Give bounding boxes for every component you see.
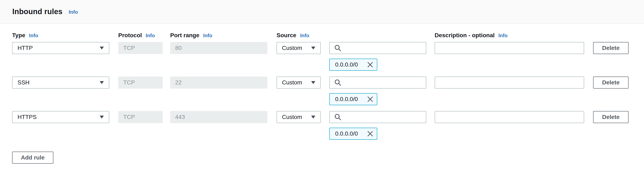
source-label: Source	[276, 32, 296, 39]
close-icon[interactable]	[367, 96, 374, 102]
close-icon[interactable]	[367, 130, 374, 137]
source-search-input[interactable]	[329, 77, 426, 89]
type-select[interactable]: HTTPS	[12, 111, 109, 123]
close-icon[interactable]	[367, 61, 374, 68]
port-range-label: Port range	[170, 32, 199, 39]
caret-down-icon	[311, 115, 316, 119]
source-cidr-token-label: 0.0.0.0/0	[335, 96, 358, 102]
delete-rule-button[interactable]: Delete	[593, 77, 628, 89]
search-icon	[334, 79, 342, 87]
source-select-value: Custom	[282, 45, 302, 51]
source-cidr-token: 0.0.0.0/0	[329, 93, 377, 105]
column-header-port-range: Port range Info	[170, 32, 267, 39]
source-search-input[interactable]	[329, 42, 426, 54]
port-range-value: 80	[175, 45, 182, 51]
description-input[interactable]	[434, 42, 584, 54]
source-select[interactable]: Custom	[276, 77, 321, 89]
source-select-value: Custom	[282, 114, 302, 120]
rule-row-http: HTTP TCP 80 Custom	[12, 42, 644, 71]
type-select[interactable]: HTTP	[12, 42, 109, 54]
inbound-rules-header: Inbound rules Info	[0, 0, 644, 24]
protocol-value: TCP	[123, 79, 135, 86]
description-input[interactable]	[434, 111, 584, 123]
port-range-field: 443	[170, 111, 267, 123]
protocol-value: TCP	[123, 45, 135, 51]
source-cidr-token: 0.0.0.0/0	[329, 128, 377, 140]
port-range-value: 22	[175, 79, 182, 86]
type-select[interactable]: SSH	[12, 77, 109, 89]
rules-table: Type Info Protocol Info Port range Info …	[0, 30, 644, 164]
source-cidr-token: 0.0.0.0/0	[329, 59, 377, 71]
search-icon	[334, 113, 342, 121]
search-icon	[334, 44, 342, 52]
port-range-field: 80	[170, 42, 267, 54]
column-header-source: Source Info	[276, 32, 321, 39]
delete-rule-button[interactable]: Delete	[593, 42, 628, 54]
page-title: Inbound rules	[12, 7, 62, 16]
caret-down-icon	[311, 46, 316, 50]
add-rule-row: Add rule	[12, 152, 644, 164]
rule-row-ssh: SSH TCP 22 Custom	[12, 77, 644, 105]
rule-row-https: HTTPS TCP 443 Custom	[12, 111, 644, 140]
protocol-value: TCP	[123, 114, 135, 120]
type-select-value: HTTP	[18, 45, 33, 51]
description-label: Description - optional	[434, 32, 495, 39]
protocol-label: Protocol	[118, 32, 142, 39]
caret-down-icon	[99, 115, 104, 119]
type-info-link[interactable]: Info	[29, 33, 38, 38]
description-info-link[interactable]: Info	[498, 33, 508, 38]
source-select-value: Custom	[282, 79, 302, 86]
type-select-value: SSH	[18, 79, 30, 86]
inbound-rules-info-link[interactable]: Info	[69, 9, 78, 15]
column-header-description: Description - optional Info	[434, 32, 584, 39]
port-range-field: 22	[170, 77, 267, 89]
description-input[interactable]	[434, 77, 584, 89]
protocol-info-link[interactable]: Info	[146, 33, 155, 38]
caret-down-icon	[311, 81, 316, 84]
protocol-field: TCP	[118, 77, 163, 89]
source-cidr-token-label: 0.0.0.0/0	[335, 61, 358, 68]
caret-down-icon	[99, 46, 104, 50]
protocol-field: TCP	[118, 111, 163, 123]
delete-rule-button[interactable]: Delete	[593, 111, 628, 123]
port-range-info-link[interactable]: Info	[203, 33, 212, 38]
source-select[interactable]: Custom	[276, 111, 321, 123]
type-select-value: HTTPS	[18, 114, 37, 120]
column-headers-row: Type Info Protocol Info Port range Info …	[12, 30, 644, 39]
port-range-value: 443	[175, 114, 185, 120]
type-label: Type	[12, 32, 25, 39]
source-cidr-token-label: 0.0.0.0/0	[335, 130, 358, 137]
source-search-input[interactable]	[329, 111, 426, 123]
add-rule-button[interactable]: Add rule	[12, 152, 54, 164]
source-info-link[interactable]: Info	[300, 33, 309, 38]
column-header-type: Type Info	[12, 32, 109, 39]
protocol-field: TCP	[118, 42, 163, 54]
caret-down-icon	[99, 81, 104, 84]
column-header-protocol: Protocol Info	[118, 32, 163, 39]
source-select[interactable]: Custom	[276, 42, 321, 54]
